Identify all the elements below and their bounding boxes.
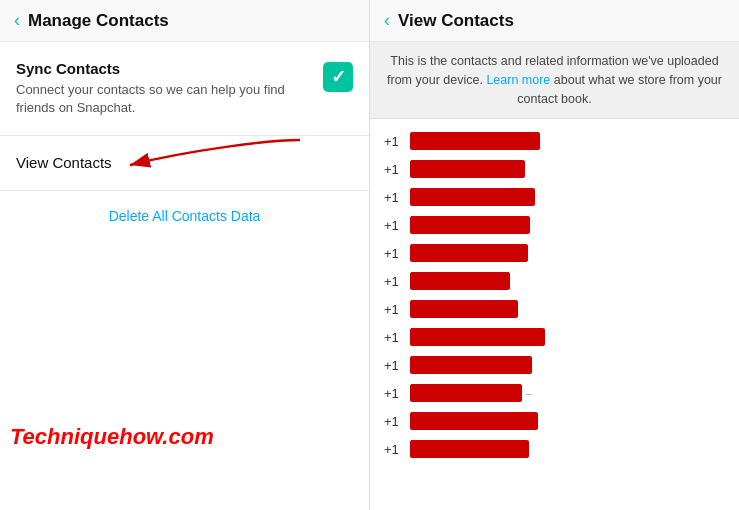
contact-bar — [410, 188, 535, 206]
delete-link-row: Delete All Contacts Data — [0, 191, 369, 241]
contact-prefix: +1 — [384, 302, 402, 317]
left-panel: ‹ Manage Contacts Sync Contacts Connect … — [0, 0, 370, 510]
contact-prefix: +1 — [384, 162, 402, 177]
sync-desc: Connect your contacts so we can help you… — [16, 81, 313, 117]
contact-item: +1 — [384, 155, 725, 183]
contact-item: +1 — [384, 323, 725, 351]
learn-more-link[interactable]: Learn more — [486, 73, 550, 87]
contact-prefix: +1 — [384, 218, 402, 233]
sync-text-block: Sync Contacts Connect your contacts so w… — [16, 60, 313, 117]
contact-prefix: +1 — [384, 190, 402, 205]
contact-bar — [410, 412, 538, 430]
left-panel-header: ‹ Manage Contacts — [0, 0, 369, 42]
contact-item: +1 — [384, 267, 725, 295]
sync-title: Sync Contacts — [16, 60, 313, 77]
contact-bar — [410, 244, 528, 262]
contact-bar — [410, 328, 545, 346]
contact-bar — [410, 160, 525, 178]
back-arrow-right[interactable]: ‹ — [384, 10, 390, 31]
contact-prefix: +1 — [384, 330, 402, 345]
view-contacts-label: View Contacts — [16, 154, 112, 171]
delete-all-contacts-link[interactable]: Delete All Contacts Data — [109, 208, 261, 224]
checkmark-icon: ✓ — [331, 66, 346, 88]
sync-checkbox[interactable]: ✓ — [323, 62, 353, 92]
contact-item: +1 — [384, 407, 725, 435]
info-banner: This is the contacts and related informa… — [370, 42, 739, 119]
dash-indicator: – — [526, 387, 532, 399]
right-panel-title: View Contacts — [398, 11, 514, 31]
contact-item: +1– — [384, 379, 725, 407]
contact-prefix: +1 — [384, 134, 402, 149]
contact-bar — [410, 216, 530, 234]
contact-bar — [410, 356, 532, 374]
left-panel-title: Manage Contacts — [28, 11, 169, 31]
contact-item: +1 — [384, 127, 725, 155]
contact-bar — [410, 440, 529, 458]
watermark: Techniquehow.com — [10, 424, 214, 450]
contact-bar — [410, 132, 540, 150]
contact-item: +1 — [384, 351, 725, 379]
contact-item: +1 — [384, 239, 725, 267]
back-arrow-left[interactable]: ‹ — [14, 10, 20, 31]
contacts-list: +1+1+1+1+1+1+1+1+1+1–+1+1 — [370, 119, 739, 510]
contact-item: +1 — [384, 295, 725, 323]
contact-prefix: +1 — [384, 246, 402, 261]
contact-item: +1 — [384, 211, 725, 239]
contact-prefix: +1 — [384, 442, 402, 457]
contact-prefix: +1 — [384, 414, 402, 429]
view-contacts-row[interactable]: View Contacts — [0, 136, 369, 191]
right-panel-header: ‹ View Contacts — [370, 0, 739, 42]
contact-prefix: +1 — [384, 274, 402, 289]
sync-section: Sync Contacts Connect your contacts so w… — [0, 42, 369, 136]
contact-prefix: +1 — [384, 386, 402, 401]
contact-item: +1 — [384, 183, 725, 211]
contact-prefix: +1 — [384, 358, 402, 373]
contact-item: +1 — [384, 435, 725, 463]
right-panel: ‹ View Contacts This is the contacts and… — [370, 0, 739, 510]
contact-bar — [410, 384, 522, 402]
contact-bar — [410, 272, 510, 290]
contact-bar — [410, 300, 518, 318]
